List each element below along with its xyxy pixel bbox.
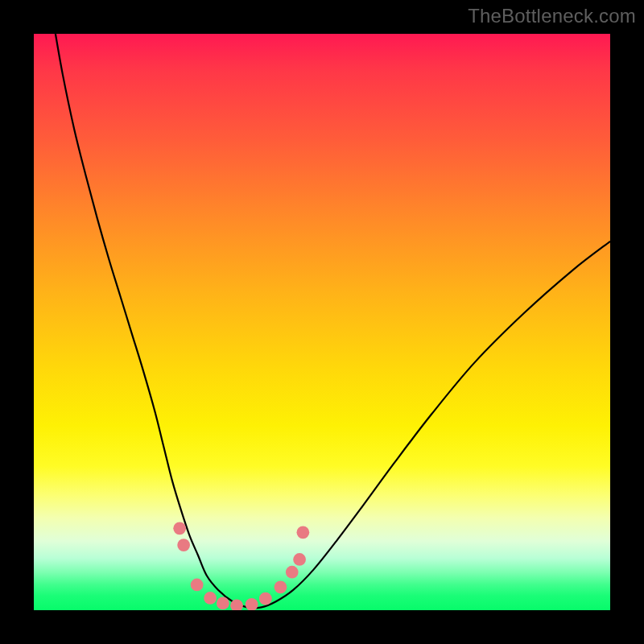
data-marker — [204, 592, 217, 605]
chart-svg — [34, 34, 610, 610]
data-marker — [296, 526, 309, 539]
data-marker — [259, 592, 272, 605]
data-marker — [286, 566, 299, 579]
marker-group — [173, 522, 309, 610]
data-marker — [293, 553, 306, 566]
data-marker — [217, 597, 229, 610]
data-marker — [173, 522, 186, 535]
chart-frame: TheBottleneck.com — [0, 0, 644, 644]
data-marker — [177, 539, 190, 551]
bottleneck-curve — [54, 34, 610, 608]
data-marker — [191, 579, 204, 592]
watermark-text: TheBottleneck.com — [468, 5, 636, 27]
plot-area — [34, 34, 610, 610]
data-marker — [246, 598, 258, 610]
data-marker — [275, 580, 287, 593]
